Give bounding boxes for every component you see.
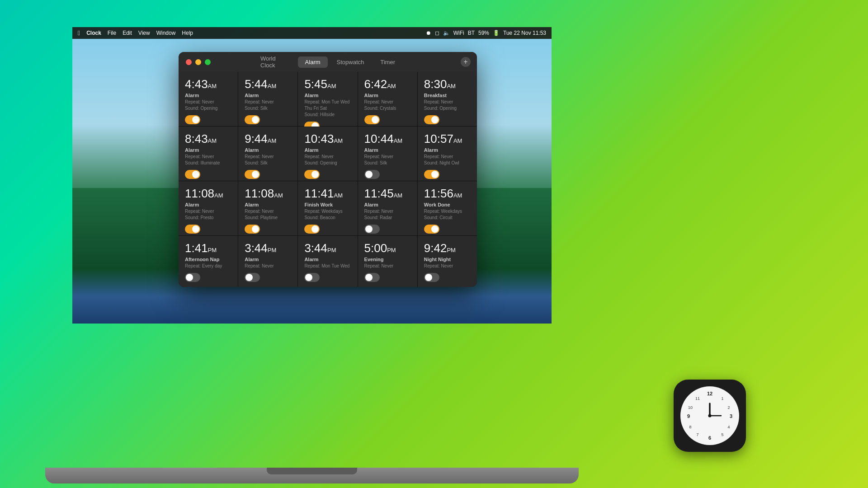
status-battery-icon: 🔋 — [493, 30, 500, 36]
alarm-card[interactable]: 4:43AM Alarm Repeat: Never Sound: Openin… — [179, 72, 238, 126]
alarm-detail: Repeat: Weekdays Sound: Beacon — [304, 208, 351, 221]
alarm-time: 6:42AM — [364, 78, 411, 90]
alarm-card[interactable]: 11:56AM Work Done Repeat: Weekdays Sound… — [418, 181, 477, 235]
tab-world-clock[interactable]: World Clock — [253, 53, 296, 71]
alarm-toggle[interactable] — [304, 273, 320, 282]
close-button[interactable] — [186, 59, 192, 65]
alarm-card[interactable]: 9:44AM Alarm Repeat: Never Sound: Silk — [238, 127, 297, 181]
alarm-ampm: AM — [208, 137, 217, 144]
alarm-card[interactable]: 8:43AM Alarm Repeat: Never Sound: Illumi… — [179, 127, 238, 181]
alarm-toggle[interactable] — [304, 225, 320, 234]
alarm-toggle[interactable] — [245, 273, 260, 282]
fullscreen-button[interactable] — [205, 59, 211, 65]
tab-timer[interactable]: Timer — [373, 56, 402, 68]
alarm-detail: Repeat: Never Sound: Illuminate — [185, 154, 231, 166]
alarm-card[interactable]: 5:00PM Evening Repeat: Never — [358, 236, 417, 287]
alarm-ampm: AM — [447, 83, 456, 89]
menu-edit[interactable]: Edit — [123, 30, 132, 36]
status-datetime: Tue 22 Nov 11:53 — [503, 30, 546, 36]
status-wifi: WiFi — [453, 30, 464, 36]
menubar-right: ⏺ ◻ 🔈 WiFi BT 59% 🔋 Tue 22 Nov 11:53 — [426, 30, 546, 36]
alarm-time: 11:45AM — [364, 188, 411, 199]
alarm-card[interactable]: 11:08AM Alarm Repeat: Never Sound: Playt… — [238, 181, 297, 235]
alarm-ampm: AM — [387, 83, 396, 89]
svg-text:12: 12 — [707, 391, 712, 396]
alarm-detail: Repeat: Never Sound: Playtime — [245, 208, 291, 221]
alarm-time: 11:08AM — [245, 188, 291, 199]
alarm-toggle[interactable] — [364, 273, 380, 282]
app-name[interactable]: Clock — [86, 30, 101, 36]
alarm-toggle[interactable] — [424, 273, 439, 282]
alarm-detail: Repeat: Never Sound: Silk — [245, 99, 291, 112]
alarm-ampm: AM — [334, 137, 343, 144]
alarm-grid: 4:43AM Alarm Repeat: Never Sound: Openin… — [179, 72, 477, 287]
alarm-time: 11:41AM — [304, 188, 351, 199]
alarm-card[interactable]: 11:41AM Finish Work Repeat: Weekdays Sou… — [298, 181, 357, 235]
alarm-toggle[interactable] — [424, 225, 439, 234]
alarm-detail: Repeat: Never Sound: Night Owl — [424, 154, 471, 166]
alarm-card[interactable]: 11:45AM Alarm Repeat: Never Sound: Radar — [358, 181, 417, 235]
svg-text:3: 3 — [730, 413, 732, 419]
minimize-button[interactable] — [195, 59, 201, 65]
tab-bar: World Clock Alarm Stopwatch Timer — [253, 53, 402, 71]
alarm-label: Alarm — [304, 147, 351, 153]
alarm-ampm: AM — [327, 83, 336, 89]
alarm-toggle[interactable] — [364, 225, 380, 234]
alarm-toggle[interactable] — [185, 115, 200, 124]
svg-text:6: 6 — [708, 435, 711, 441]
alarm-toggle[interactable] — [424, 170, 439, 179]
add-alarm-button[interactable]: + — [461, 57, 471, 67]
menu-window[interactable]: Window — [156, 30, 176, 36]
alarm-card[interactable]: 11:08AM Alarm Repeat: Never Sound: Prest… — [179, 181, 238, 235]
alarm-toggle[interactable] — [424, 115, 439, 124]
alarm-ampm: AM — [394, 137, 403, 144]
menu-file[interactable]: File — [108, 30, 116, 36]
alarm-detail: Repeat: Every day — [185, 263, 231, 269]
alarm-card[interactable]: 1:41PM Afternoon Nap Repeat: Every day — [179, 236, 238, 287]
alarm-card[interactable]: 3:44PM Alarm Repeat: Mon Tue Wed — [298, 236, 357, 287]
alarm-toggle[interactable] — [185, 225, 200, 234]
status-screen: ◻ — [435, 30, 439, 36]
alarm-time: 8:30AM — [424, 78, 471, 90]
alarm-ampm: AM — [274, 192, 283, 199]
apple-menu[interactable]:  — [78, 29, 80, 37]
alarm-card[interactable]: 6:42AM Alarm Repeat: Never Sound: Crysta… — [358, 72, 417, 126]
clock-app-icon: 12 3 6 9 11 1 2 4 5 7 8 10 — [674, 380, 746, 452]
alarm-ampm: AM — [268, 83, 277, 89]
alarm-ampm: AM — [394, 192, 403, 199]
alarm-toggle[interactable] — [364, 170, 380, 179]
tab-alarm[interactable]: Alarm — [298, 56, 328, 68]
alarm-card[interactable]: 8:30AM Breakfast Repeat: Never Sound: Op… — [418, 72, 477, 126]
alarm-card[interactable]: 10:57AM Alarm Repeat: Never Sound: Night… — [418, 127, 477, 181]
menu-view[interactable]: View — [138, 30, 150, 36]
clock-svg: 12 3 6 9 11 1 2 4 5 7 8 10 — [680, 386, 739, 445]
svg-text:8: 8 — [689, 425, 691, 429]
alarm-toggle[interactable] — [185, 273, 200, 282]
alarm-card[interactable]: 5:45AM Alarm Repeat: Mon Tue Wed Thu Fri… — [298, 72, 357, 126]
alarm-card[interactable]: 10:44AM Alarm Repeat: Never Sound: Silk — [358, 127, 417, 181]
alarm-detail: Repeat: Weekdays Sound: Circuit — [424, 208, 471, 221]
alarm-label: Alarm — [185, 147, 231, 153]
menubar:  Clock File Edit View Window Help ⏺ ◻ 🔈… — [72, 27, 552, 39]
alarm-toggle[interactable] — [185, 170, 200, 179]
tab-stopwatch[interactable]: Stopwatch — [330, 56, 372, 68]
alarm-card[interactable]: 5:44AM Alarm Repeat: Never Sound: Silk — [238, 72, 297, 126]
alarm-time: 3:44PM — [304, 242, 351, 254]
alarm-toggle[interactable] — [364, 115, 380, 124]
alarm-ampm: AM — [208, 83, 217, 89]
alarm-toggle[interactable] — [304, 170, 320, 179]
alarm-label: Alarm — [245, 257, 291, 262]
svg-text:7: 7 — [696, 432, 698, 437]
alarm-toggle[interactable] — [245, 225, 260, 234]
svg-text:11: 11 — [695, 396, 700, 401]
titlebar: World Clock Alarm Stopwatch Timer + — [179, 52, 477, 72]
alarm-time: 11:56AM — [424, 188, 471, 199]
alarm-card[interactable]: 3:44PM Alarm Repeat: Never — [238, 236, 297, 287]
alarm-card[interactable]: 10:43AM Alarm Repeat: Never Sound: Openi… — [298, 127, 357, 181]
alarm-toggle[interactable] — [245, 170, 260, 179]
alarm-ampm: AM — [334, 192, 343, 199]
alarm-label: Alarm — [304, 257, 351, 262]
menu-help[interactable]: Help — [182, 30, 193, 36]
alarm-toggle[interactable] — [245, 115, 260, 124]
alarm-card[interactable]: 9:42PM Night Night Repeat: Never — [418, 236, 477, 287]
